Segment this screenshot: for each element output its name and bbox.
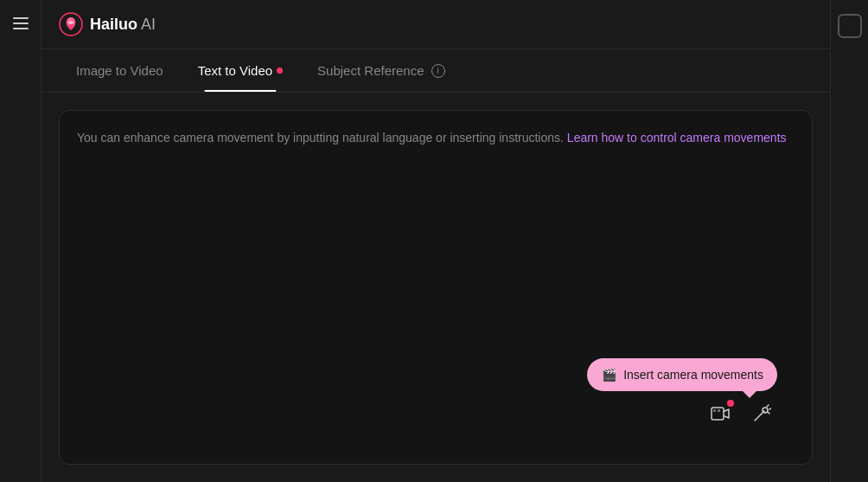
hamburger-menu[interactable] [10, 14, 32, 33]
main-content: Hailuo AI Image to Video Text to Video S… [41, 0, 830, 482]
sidebar [0, 0, 41, 482]
camera-movements-icon: 🎬 [601, 367, 616, 382]
wand-icon [752, 404, 771, 423]
svg-rect-1 [712, 408, 724, 420]
svg-rect-3 [718, 409, 720, 412]
film-icon [711, 404, 730, 423]
panel-toggle-button[interactable] [838, 14, 862, 38]
insert-camera-tooltip[interactable]: 🎬 Insert camera movements [587, 358, 777, 391]
tab-subject-reference[interactable]: Subject Reference i [300, 49, 462, 92]
right-panel [830, 0, 868, 482]
video-badge [727, 400, 734, 407]
nav-tabs: Image to Video Text to Video Subject Ref… [41, 49, 830, 93]
toolbar-icons [705, 398, 777, 429]
info-icon[interactable]: i [431, 64, 445, 78]
edit-button[interactable] [746, 398, 777, 429]
hint-link[interactable]: Learn how to control camera movements [567, 131, 787, 145]
logo: Hailuo AI [59, 12, 156, 36]
camera-button-container: 🎬 Insert camera movements [587, 358, 777, 429]
insert-video-button[interactable] [705, 398, 736, 429]
hint-text: You can enhance camera movement by input… [77, 128, 795, 147]
svg-point-4 [763, 408, 768, 413]
tab-dot [277, 67, 283, 74]
app-header: Hailuo AI [41, 0, 830, 49]
text-input-area[interactable]: You can enhance camera movement by input… [59, 110, 813, 465]
svg-rect-2 [713, 409, 716, 412]
logo-icon [59, 12, 83, 36]
tab-image-to-video[interactable]: Image to Video [59, 49, 181, 92]
app-name: Hailuo AI [90, 16, 156, 34]
tab-text-to-video[interactable]: Text to Video [181, 49, 300, 92]
content-area: You can enhance camera movement by input… [41, 93, 830, 482]
input-toolbar: 🎬 Insert camera movements [587, 358, 777, 429]
